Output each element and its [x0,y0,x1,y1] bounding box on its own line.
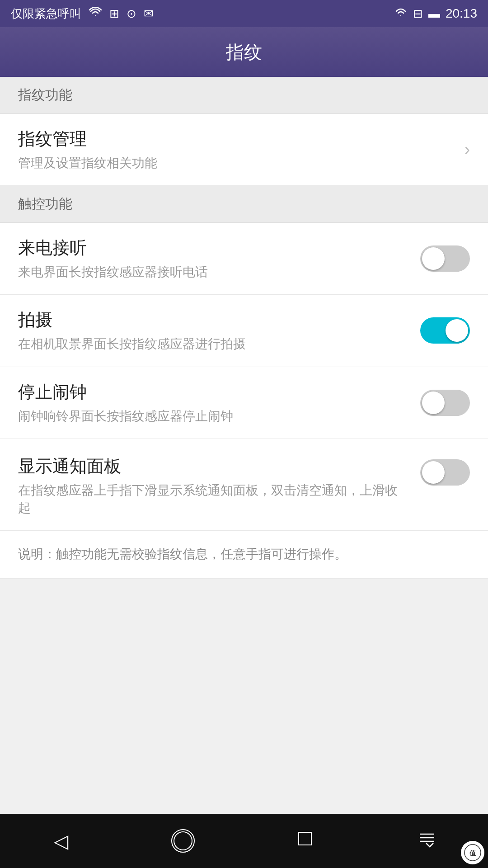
fingerprint-management-content: 指纹管理 管理及设置指纹相关功能 [18,127,465,172]
stop-alarm-toggle-knob [422,392,445,414]
show-notification-toggle-knob [422,461,445,484]
fingerprint-management-item[interactable]: 指纹管理 管理及设置指纹相关功能 › [0,114,488,186]
wifi-icon-right [394,6,408,21]
stop-alarm-toggle[interactable] [420,390,470,416]
camera-shoot-title: 拍摄 [18,308,407,331]
svg-text:值: 值 [469,849,476,857]
show-notification-desc: 在指纹感应器上手指下滑显示系统通知面板，双击清空通知，上滑收起 [18,481,407,517]
incoming-call-desc: 来电界面长按指纹感应器接听电话 [18,263,407,281]
nav-home-button[interactable] [156,823,210,859]
title-bar: 指纹 [0,27,488,77]
stop-alarm-desc: 闹钟响铃界面长按指纹感应器停止闹钟 [18,407,407,425]
fingerprint-management-desc: 管理及设置指纹相关功能 [18,154,451,172]
photo-icon: ⊞ [109,7,119,21]
camera-shoot-toggle-knob [446,319,468,342]
nav-menu-button[interactable] [400,823,454,859]
fingerprint-management-title: 指纹管理 [18,127,451,151]
camera-shoot-desc: 在相机取景界面长按指纹感应器进行拍摄 [18,335,407,353]
back-icon: ◁ [54,830,68,852]
incoming-call-toggle[interactable] [420,245,470,272]
emergency-text: 仅限紧急呼叫 [11,6,81,22]
camera-shoot-toggle[interactable] [420,317,470,344]
show-notification-item: 显示通知面板 在指纹感应器上手指下滑显示系统通知面板，双击清空通知，上滑收起 [0,439,488,531]
message-icon: ✉ [144,7,154,21]
show-notification-content: 显示通知面板 在指纹感应器上手指下滑显示系统通知面板，双击清空通知，上滑收起 [18,455,420,517]
nav-back-button[interactable]: ◁ [34,823,88,859]
incoming-call-content: 来电接听 来电界面长按指纹感应器接听电话 [18,236,420,281]
status-bar-left: 仅限紧急呼叫 ⊞ ⊙ ✉ [11,6,154,22]
content-spacer [0,579,488,814]
show-notification-title: 显示通知面板 [18,455,407,478]
camera-shoot-item: 拍摄 在相机取景界面长按指纹感应器进行拍摄 [0,295,488,367]
brand-badge: 值 [461,841,484,864]
battery-icon: ▬ [428,7,440,21]
incoming-call-toggle-knob [422,247,445,270]
status-bar: 仅限紧急呼叫 ⊞ ⊙ ✉ ⊟ ▬ 20:13 [0,0,488,27]
status-bar-right: ⊟ ▬ 20:13 [394,6,477,21]
incoming-call-title: 来电接听 [18,236,407,259]
sim-icon: ⊟ [413,7,423,21]
section-touch-function: 触控功能 [0,186,488,223]
page-title: 指纹 [226,40,262,65]
svg-rect-1 [299,832,311,845]
incoming-call-item: 来电接听 来电界面长按指纹感应器接听电话 [0,223,488,295]
camera-shoot-content: 拍摄 在相机取景界面长按指纹感应器进行拍摄 [18,308,420,353]
menu-icon [417,829,437,853]
stop-alarm-item: 停止闹钟 闹钟响铃界面长按指纹感应器停止闹钟 [0,367,488,439]
note-text: 说明：触控功能无需校验指纹信息，任意手指可进行操作。 [18,547,347,561]
recent-icon [295,829,315,853]
nav-recent-button[interactable] [278,823,332,859]
note-section: 说明：触控功能无需校验指纹信息，任意手指可进行操作。 [0,531,488,579]
stop-alarm-title: 停止闹钟 [18,381,407,404]
svg-point-0 [174,832,192,850]
wifi-icon-status [89,7,102,21]
nav-bar: ◁ 值 [0,814,488,868]
time-display: 20:13 [446,6,477,21]
show-notification-toggle[interactable] [420,459,470,486]
section-fingerprint-function: 指纹功能 [0,77,488,114]
home-icon [171,829,195,853]
stop-alarm-content: 停止闹钟 闹钟响铃界面长按指纹感应器停止闹钟 [18,381,420,425]
arrow-icon: › [465,140,470,159]
brand-icon: ⊙ [127,7,136,21]
